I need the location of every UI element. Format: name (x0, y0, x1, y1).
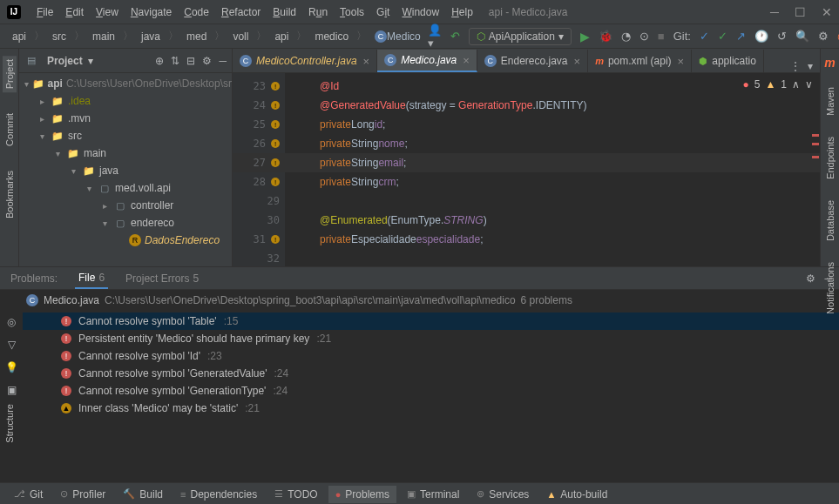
crumb-voll[interactable]: voll (227, 29, 254, 44)
warning-icon[interactable]: ! (271, 82, 280, 91)
tab-pom[interactable]: m pom.xml (api) × (588, 50, 692, 72)
tree-main[interactable]: ▾📁 main (19, 144, 232, 162)
back-arrow-icon[interactable]: ↶ (450, 30, 460, 43)
crumb-main[interactable]: main (87, 29, 120, 44)
settings-icon[interactable]: ⚙ (818, 30, 829, 43)
crumb-medico[interactable]: medico (309, 29, 354, 44)
problems-tab[interactable]: ●Problems (328, 486, 396, 503)
autobuild-tab[interactable]: ▲Auto-build (539, 486, 614, 503)
git-update-icon[interactable]: ✓ (700, 30, 709, 43)
git-tab[interactable]: ⎇Git (7, 486, 50, 503)
tree-root[interactable]: ▾📁 api C:\Users\User\OneDrive\Desktop\sr (19, 75, 232, 92)
run-config-selector[interactable]: ⬡ ApiApplication ▾ (469, 28, 572, 45)
code-text[interactable]: @Id @GeneratedValue(strategy = Generatio… (285, 73, 820, 266)
close-icon[interactable]: × (678, 55, 685, 68)
project-tool-button[interactable]: Project (3, 56, 17, 92)
expand-all-icon[interactable]: ⇅ (171, 55, 179, 67)
problem-row[interactable]: !Cannot resolve symbol 'GeneratedValue':… (23, 365, 839, 382)
code-area[interactable]: 23! 24! 25! 26! 27! 28! 29 30 31! 32 @Id… (233, 73, 820, 266)
filter-icon[interactable]: ▽ (8, 339, 16, 351)
git-rollback-icon[interactable]: ↺ (777, 30, 787, 43)
target-icon[interactable]: ◎ (7, 316, 16, 328)
close-icon[interactable]: × (574, 55, 581, 68)
problems-project-tab[interactable]: Project Errors5 (122, 269, 202, 288)
tree-dados[interactable]: R DadosEndereco (19, 232, 232, 249)
chevron-up-icon[interactable]: ∧ (792, 78, 800, 91)
git-push-icon[interactable]: ↗ (736, 30, 746, 43)
close-icon[interactable]: × (463, 54, 470, 67)
problems-file-header[interactable]: C Medico.java C:\Users\User\OneDrive\Des… (0, 290, 839, 311)
warning-icon[interactable]: ! (271, 120, 280, 129)
tab-medico[interactable]: C Medico.java × (377, 50, 477, 72)
warning-icon[interactable]: ! (271, 101, 280, 110)
settings-icon[interactable]: ⚙ (202, 55, 212, 67)
problem-row[interactable]: !Cannot resolve symbol 'GenerationType':… (23, 382, 839, 400)
project-tree[interactable]: ▾📁 api C:\Users\User\OneDrive\Desktop\sr… (19, 73, 232, 266)
problem-row[interactable]: !Persistent entity 'Medico' should have … (23, 330, 839, 347)
notifications-tool-button[interactable]: Notifications (823, 259, 837, 318)
close-button[interactable]: ✕ (822, 5, 832, 19)
menu-refactor[interactable]: Refactor (216, 3, 266, 21)
tree-java[interactable]: ▾📁 java (19, 162, 232, 179)
crumb-api2[interactable]: api (269, 29, 294, 44)
maximize-button[interactable]: ☐ (795, 5, 806, 19)
tree-pkg[interactable]: ▾▢ med.voll.api (19, 179, 232, 197)
build-tab[interactable]: 🔨Build (116, 486, 170, 503)
select-opened-icon[interactable]: ⊕ (155, 55, 164, 67)
more-tabs-icon[interactable]: ⋮ (790, 60, 801, 72)
tree-endereco[interactable]: ▾▢ endereco (19, 214, 232, 232)
endpoints-tool-button[interactable]: Endpoints (823, 133, 837, 183)
dependencies-tab[interactable]: ≡Dependencies (173, 486, 264, 503)
menu-help[interactable]: Help (446, 3, 478, 21)
tab-endereco[interactable]: C Endereco.java × (477, 50, 588, 72)
hide-icon[interactable]: ─ (219, 55, 227, 67)
menu-code[interactable]: Code (179, 3, 214, 21)
profiler-tab[interactable]: ⊙Profiler (53, 486, 112, 503)
warning-icon[interactable]: ! (271, 158, 280, 167)
tree-mvn[interactable]: ▸📁 .mvn (19, 110, 232, 127)
debug-button[interactable]: 🐞 (599, 30, 612, 43)
inspection-widget[interactable]: ●5 ▲1 ∧ ∨ (742, 78, 813, 91)
chevron-down-icon[interactable]: ▾ (88, 55, 93, 67)
problems-file-tab[interactable]: File6 (75, 268, 108, 289)
warning-icon[interactable]: ! (271, 139, 280, 148)
tab-application[interactable]: ⬢ applicatio (692, 50, 764, 72)
tree-controller[interactable]: ▸▢ controller (19, 197, 232, 214)
menu-window[interactable]: Window (396, 3, 444, 21)
git-history-icon[interactable]: 🕐 (754, 30, 768, 43)
menu-build[interactable]: Build (267, 3, 301, 21)
tree-src[interactable]: ▾📁 src (19, 127, 232, 144)
settings-icon[interactable]: ⚙ (806, 272, 815, 285)
minimize-button[interactable]: ─ (770, 5, 779, 19)
error-stripe[interactable] (811, 73, 820, 266)
chevron-down-icon[interactable]: ▾ (808, 60, 813, 72)
maven-label[interactable]: Maven (823, 84, 837, 119)
problem-row[interactable]: !Cannot resolve symbol 'Table':15 (23, 312, 839, 330)
bookmarks-tool-button[interactable]: Bookmarks (3, 167, 17, 222)
run-button[interactable]: ▶ (580, 30, 590, 44)
crumb-med[interactable]: med (181, 29, 212, 44)
structure-tool-button[interactable]: Structure (3, 400, 17, 447)
git-commit-icon[interactable]: ✓ (718, 30, 727, 43)
commit-tool-button[interactable]: Commit (3, 110, 17, 150)
menu-run[interactable]: Run (303, 3, 333, 21)
crumb-src[interactable]: src (47, 29, 71, 44)
crumb-class[interactable]: CMedico (369, 29, 426, 44)
menu-tools[interactable]: Tools (335, 3, 369, 21)
crumb-api[interactable]: api (7, 29, 31, 44)
warning-icon[interactable]: ! (271, 178, 280, 186)
stop-button[interactable]: ■ (658, 30, 665, 43)
menu-view[interactable]: View (91, 3, 124, 21)
collapse-all-icon[interactable]: ⊟ (186, 55, 195, 67)
menu-git[interactable]: Git (371, 3, 395, 21)
search-icon[interactable]: 🔍 (795, 30, 809, 43)
users-icon[interactable]: 👤▾ (428, 24, 442, 50)
todo-tab[interactable]: ☰TODO (267, 486, 324, 503)
menu-navigate[interactable]: Navigate (125, 3, 177, 21)
maven-tool-button[interactable]: m (824, 56, 835, 70)
tree-idea[interactable]: ▸📁 .idea (19, 92, 232, 110)
coverage-button[interactable]: ◔ (621, 30, 631, 43)
expand-icon[interactable]: ▣ (7, 384, 17, 396)
menu-file[interactable]: File (31, 3, 58, 21)
menu-edit[interactable]: Edit (60, 3, 89, 21)
